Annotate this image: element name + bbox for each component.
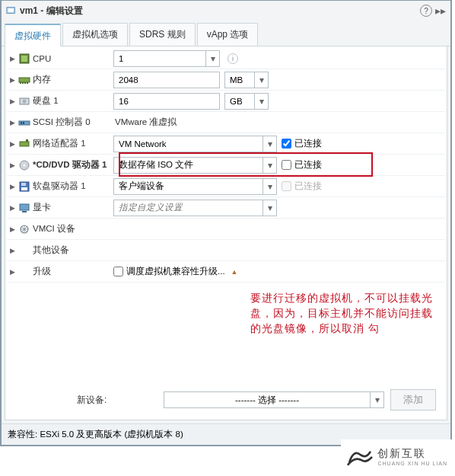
- chevron-down-icon[interactable]: ▾: [205, 51, 219, 66]
- expand-toggle[interactable]: ▶: [8, 268, 16, 276]
- svg-rect-19: [21, 183, 26, 186]
- svg-rect-3: [21, 56, 27, 62]
- warning-icon: ▲: [231, 268, 238, 276]
- svg-rect-21: [20, 204, 29, 210]
- hardware-list: ▶ CPU 1 ▾ i ▶ 内存: [5, 46, 447, 420]
- floppy-select[interactable]: 客户端设备 ▾: [113, 178, 277, 195]
- schedule-compat-upgrade-checkbox[interactable]: 调度虚拟机兼容性升级...: [113, 266, 225, 277]
- memory-label: 内存: [33, 74, 51, 85]
- svg-rect-14: [20, 142, 29, 146]
- expand-toggle[interactable]: ▶: [8, 161, 16, 169]
- chevron-down-icon[interactable]: ▾: [262, 200, 276, 216]
- floppy-connected-checkbox: 已连接: [282, 180, 322, 192]
- network-select[interactable]: VM Network ▾: [113, 136, 277, 152]
- svg-rect-7: [24, 82, 26, 84]
- upgrade-label: 升级: [33, 266, 51, 277]
- cpu-select[interactable]: 1 ▾: [113, 50, 220, 67]
- cd-icon: [18, 159, 30, 171]
- expand-toggle[interactable]: ▶: [8, 119, 16, 126]
- chevron-down-icon[interactable]: ▾: [262, 179, 276, 194]
- expand-toggle[interactable]: ▶: [8, 204, 16, 212]
- scsi-value: VMware 准虚拟: [113, 117, 177, 128]
- tab-vapp-options[interactable]: vApp 选项: [197, 23, 259, 46]
- row-upgrade: ▶ 升级 调度虚拟机兼容性升级... ▲: [7, 261, 445, 283]
- panel-toggle-icon[interactable]: ▸▸: [435, 5, 446, 17]
- row-memory: ▶ 内存 ▾ MB ▾: [7, 69, 445, 91]
- tab-vm-options[interactable]: 虚拟机选项: [62, 23, 128, 46]
- network-icon: [18, 138, 30, 150]
- svg-rect-6: [22, 82, 24, 84]
- new-device-select[interactable]: ------- 选择 ------- ▾: [164, 391, 384, 408]
- tab-virtual-hardware[interactable]: 虚拟硬件: [5, 24, 61, 46]
- brand-watermark: 创新互联 CHUANG XIN HU LIAN: [341, 439, 452, 446]
- svg-rect-13: [23, 122, 24, 124]
- video-select[interactable]: 指定自定义设置 ▾: [113, 200, 277, 216]
- svg-rect-22: [22, 211, 27, 212]
- expand-toggle[interactable]: ▶: [8, 140, 16, 148]
- video-icon: [18, 202, 30, 214]
- row-network: ▶ 网络适配器 1 VM Network ▾ 已连接: [7, 133, 445, 155]
- expand-toggle[interactable]: ▶: [8, 97, 16, 105]
- vmci-icon: [18, 223, 30, 235]
- new-device-label: 新设备:: [77, 394, 107, 407]
- scsi-label: SCSI 控制器 0: [33, 117, 91, 128]
- scsi-icon: [18, 117, 30, 129]
- tab-sdrs-rules[interactable]: SDRS 规则: [129, 23, 196, 46]
- expand-toggle[interactable]: ▶: [8, 76, 16, 84]
- svg-rect-4: [19, 78, 30, 82]
- chevron-down-icon[interactable]: ▾: [254, 94, 268, 109]
- expand-toggle[interactable]: ▶: [8, 247, 16, 254]
- row-other: ▶ 其他设备: [7, 240, 445, 261]
- vmci-label: VMCI 设备: [33, 223, 75, 235]
- tabbar: 虚拟硬件 虚拟机选项 SDRS 规则 vApp 选项: [2, 21, 450, 46]
- video-label: 显卡: [33, 202, 51, 213]
- compatibility-text: 兼容性: ESXi 5.0 及更高版本 (虚拟机版本 8): [8, 429, 183, 440]
- row-video: ▶ 显卡 指定自定义设置 ▾: [7, 197, 445, 219]
- memory-unit-select[interactable]: MB ▾: [224, 72, 269, 88]
- help-icon[interactable]: ?: [420, 5, 432, 17]
- chevron-down-icon[interactable]: ▾: [370, 392, 383, 407]
- network-label: 网络适配器 1: [33, 138, 86, 149]
- disk-label: 硬盘 1: [33, 95, 59, 107]
- row-scsi: ▶ SCSI 控制器 0 VMware 准虚拟: [7, 112, 445, 133]
- disk-icon: [18, 95, 30, 107]
- chevron-down-icon[interactable]: ▾: [262, 136, 276, 152]
- add-button[interactable]: 添加: [390, 389, 436, 411]
- svg-rect-1: [8, 8, 14, 11]
- svg-rect-15: [26, 139, 28, 142]
- disk-unit-select[interactable]: GB ▾: [224, 93, 269, 110]
- row-floppy: ▶ 软盘驱动器 1 客户端设备 ▾ 已连接: [7, 176, 445, 197]
- svg-rect-8: [27, 82, 28, 84]
- memory-input[interactable]: ▾: [113, 72, 220, 88]
- cddvd-select[interactable]: 数据存储 ISO 文件 ▾: [113, 157, 277, 174]
- expand-toggle[interactable]: ▶: [8, 183, 16, 190]
- new-device-row: 新设备: ------- 选择 ------- ▾ 添加: [7, 382, 445, 418]
- annotation-text: 要进行迁移的虚拟机，不可以挂载光盘，因为，目标主机并不能访问挂载的光盘镜像，所以…: [250, 290, 433, 336]
- row-vmci: ▶ VMCI 设备: [7, 219, 445, 240]
- svg-rect-5: [20, 82, 21, 84]
- cddvd-label: *CD/DVD 驱动器 1: [33, 159, 107, 171]
- other-label: 其他设备: [33, 244, 69, 256]
- vm-icon: [6, 5, 17, 16]
- expand-toggle[interactable]: ▶: [8, 55, 16, 62]
- floppy-label: 软盘驱动器 1: [33, 180, 86, 192]
- svg-rect-20: [21, 187, 27, 190]
- row-cddvd: ▶ *CD/DVD 驱动器 1 数据存储 ISO 文件 ▾ 已连接: [7, 155, 445, 176]
- row-disk: ▶ 硬盘 1 ▾ GB ▾: [7, 91, 445, 112]
- row-cpu: ▶ CPU 1 ▾ i: [7, 48, 445, 69]
- info-icon[interactable]: i: [228, 53, 238, 64]
- chevron-down-icon[interactable]: ▾: [262, 158, 276, 173]
- cpu-label: CPU: [33, 54, 51, 63]
- svg-point-10: [23, 99, 27, 103]
- chevron-down-icon[interactable]: ▾: [254, 72, 268, 88]
- memory-icon: [18, 74, 30, 86]
- cpu-icon: [18, 53, 30, 65]
- svg-point-17: [24, 164, 26, 166]
- floppy-icon: [18, 180, 30, 193]
- svg-rect-12: [21, 122, 22, 124]
- network-connected-checkbox[interactable]: 已连接: [282, 138, 322, 149]
- disk-size-input[interactable]: ▾: [113, 93, 220, 110]
- cddvd-connected-checkbox[interactable]: 已连接: [282, 159, 322, 171]
- expand-toggle[interactable]: ▶: [8, 225, 16, 233]
- window-title: vm1 - 编辑设置: [20, 5, 83, 18]
